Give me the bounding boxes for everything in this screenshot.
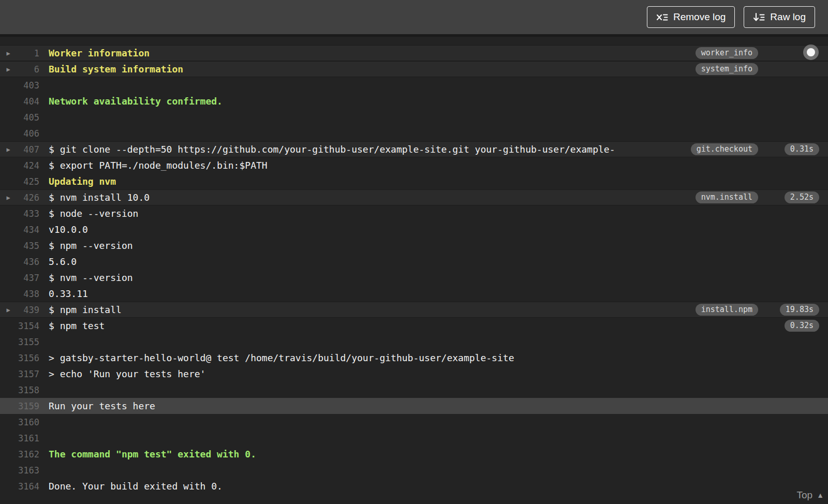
line-number[interactable]: 3161	[17, 433, 39, 443]
log-line-text: $ npm install	[49, 304, 696, 315]
log-line: ▶ 6 Build system information system_info	[0, 61, 828, 77]
line-number[interactable]: 434	[17, 225, 39, 235]
fold-arrow-icon[interactable]: ▶	[0, 194, 17, 201]
log-line-text: $ node --version	[49, 208, 767, 219]
log-line: 3164 Done. Your build exited with 0.	[0, 478, 828, 494]
fold-arrow-icon[interactable]: ▶	[0, 50, 17, 57]
log-lines: ▶ 1 Worker information worker_info ▶ 6 B…	[0, 45, 828, 494]
log-line-text: v10.0.0	[49, 224, 767, 235]
log-line: 437 $ nvm --version	[0, 270, 828, 286]
raw-log-button[interactable]: Raw log	[744, 6, 815, 28]
log-line-text: The command "npm test" exited with 0.	[49, 449, 767, 459]
log-line-text: 5.6.0	[49, 256, 767, 267]
scroll-position-indicator[interactable]	[803, 45, 819, 60]
line-number[interactable]: 426	[17, 192, 39, 203]
duration-badge: 0.32s	[785, 320, 819, 332]
stage-badge: worker_info	[696, 47, 758, 59]
log-line: 3154 $ npm test 0.32s	[0, 318, 828, 334]
line-number[interactable]: 437	[17, 273, 39, 283]
top-link[interactable]: Top ▲	[797, 490, 824, 501]
line-number[interactable]: 3162	[17, 449, 39, 459]
fold-arrow-icon[interactable]: ▶	[0, 66, 17, 73]
raw-log-icon	[753, 12, 765, 22]
log-line-text: Network availability confirmed.	[49, 96, 767, 107]
log-line-text: > echo 'Run your tests here'	[49, 368, 767, 379]
line-number[interactable]: 405	[17, 112, 39, 123]
stage-badge: nvm.install	[696, 191, 758, 203]
remove-log-label: Remove log	[673, 11, 726, 23]
log-line: 406	[0, 125, 828, 141]
log-line: 436 5.6.0	[0, 254, 828, 270]
top-arrow-icon: ▲	[817, 491, 824, 499]
line-number[interactable]: 3163	[17, 465, 39, 476]
line-number[interactable]: 3156	[17, 353, 39, 363]
log-toolbar: Remove log Raw log	[0, 0, 828, 34]
line-number[interactable]: 3160	[17, 417, 39, 427]
line-number[interactable]: 436	[17, 257, 39, 267]
log-line: 3156 > gatsby-starter-hello-world@ test …	[0, 350, 828, 366]
duration-cell: 0.31s	[767, 143, 819, 155]
line-number[interactable]: 3158	[17, 385, 39, 395]
duration-badge: 2.52s	[785, 191, 819, 203]
log-line-text: $ export PATH=./node_modules/.bin:$PATH	[49, 160, 767, 171]
line-number[interactable]: 3164	[17, 481, 39, 492]
log-line-text: $ git clone --depth=50 https://github.co…	[49, 144, 691, 155]
log-line-text: Build system information	[49, 64, 696, 75]
line-number[interactable]: 425	[17, 176, 39, 187]
log-line: 433 $ node --version	[0, 205, 828, 221]
log-line: 3158	[0, 382, 828, 398]
log-line-text: Run your tests here	[49, 401, 767, 411]
line-number[interactable]: 403	[17, 80, 39, 91]
remove-log-button[interactable]: Remove log	[647, 6, 735, 28]
log-line-text: Done. Your build exited with 0.	[49, 481, 767, 492]
log-line-badges: 0.32s	[767, 320, 828, 332]
log-line-text: Worker information	[49, 48, 696, 58]
log-line: 3163	[0, 462, 828, 478]
fold-arrow-icon[interactable]: ▶	[0, 146, 17, 153]
scroll-dot-icon	[807, 48, 815, 56]
log-line: 405	[0, 109, 828, 125]
fold-arrow-icon[interactable]: ▶	[0, 306, 17, 314]
log-line: 425 Updating nvm	[0, 173, 828, 189]
line-number[interactable]: 439	[17, 305, 39, 315]
remove-log-icon	[656, 12, 668, 22]
line-number[interactable]: 3157	[17, 369, 39, 379]
line-number[interactable]: 1	[17, 48, 39, 58]
log-line: 3161	[0, 430, 828, 446]
log-line: 3159 Run your tests here	[0, 398, 828, 414]
log-line: 403	[0, 77, 828, 93]
line-number[interactable]: 404	[17, 96, 39, 107]
log-line: ▶ 1 Worker information worker_info	[0, 45, 828, 61]
line-number[interactable]: 407	[17, 144, 39, 155]
line-number[interactable]: 438	[17, 289, 39, 299]
duration-cell: 0.32s	[767, 320, 819, 332]
log-line: ▶ 426 $ nvm install 10.0 nvm.install 2.5…	[0, 189, 828, 205]
duration-badge: 19.83s	[780, 304, 819, 316]
log-line: 404 Network availability confirmed.	[0, 93, 828, 109]
build-log: ▶ 1 Worker information worker_info ▶ 6 B…	[0, 37, 828, 504]
line-number[interactable]: 3159	[17, 401, 39, 411]
line-number[interactable]: 435	[17, 241, 39, 251]
log-line-text: > gatsby-starter-hello-world@ test /home…	[49, 352, 767, 363]
line-number[interactable]: 433	[17, 209, 39, 219]
log-line: 435 $ npm --version	[0, 238, 828, 254]
log-line: ▶ 439 $ npm install install.npm 19.83s	[0, 302, 828, 318]
log-line-badges: git.checkout 0.31s	[691, 143, 828, 155]
duration-cell: 19.83s	[767, 304, 819, 316]
stage-badge: install.npm	[696, 304, 758, 316]
line-number[interactable]: 3155	[17, 337, 39, 347]
log-line-badges: install.npm 19.83s	[696, 304, 828, 316]
log-line-text: Updating nvm	[49, 176, 767, 187]
line-number[interactable]: 3154	[17, 321, 39, 331]
line-number[interactable]: 424	[17, 160, 39, 171]
stage-badge: system_info	[696, 63, 758, 75]
line-number[interactable]: 406	[17, 128, 39, 139]
duration-cell: 2.52s	[767, 191, 819, 203]
log-line-badges: nvm.install 2.52s	[696, 191, 828, 203]
log-line: 438 0.33.11	[0, 286, 828, 302]
log-line: ▶ 407 $ git clone --depth=50 https://git…	[0, 141, 828, 157]
log-line: 3155	[0, 334, 828, 350]
line-number[interactable]: 6	[17, 64, 39, 75]
top-link-label: Top	[797, 490, 813, 501]
log-line-text: $ npm test	[49, 320, 767, 331]
